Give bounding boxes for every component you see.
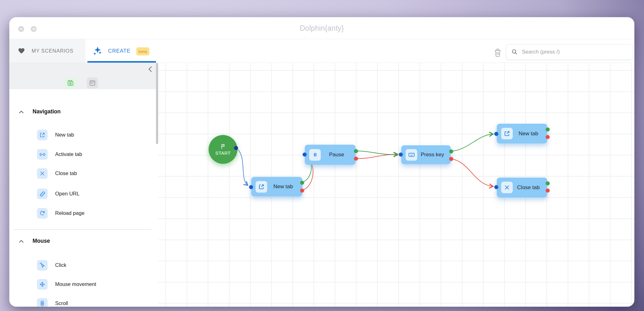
sidebar-item-new-tab[interactable]: New tab [9, 130, 156, 140]
new-tab-icon [258, 184, 265, 190]
log-button[interactable] [87, 77, 98, 89]
search-input[interactable] [522, 49, 625, 55]
edge-start-to-newtab1 [236, 148, 247, 185]
title-bar: Dolphin{anty} [9, 17, 634, 39]
edge-pause-error-to-presskey [356, 155, 397, 159]
port-pause-input[interactable] [303, 153, 307, 157]
edge-presskey-success-to-newtab2 [451, 134, 493, 151]
node-pause[interactable]: Pause [305, 145, 356, 165]
port-closetab-error[interactable] [546, 189, 550, 193]
desktop-background: Dolphin{anty} MY SCENARIOS CREATE beta [0, 0, 644, 311]
section-divider [13, 229, 151, 230]
port-presskey-input[interactable] [399, 153, 403, 157]
caret-up-icon[interactable] [18, 109, 24, 115]
app-title: Dolphin{anty} [9, 24, 634, 33]
close-tab-icon [39, 171, 45, 176]
port-newtab1-input[interactable] [249, 185, 253, 189]
activate-tab-icon [39, 151, 46, 158]
edge-presskey-error-to-closetab [451, 159, 493, 186]
port-pause-error[interactable] [354, 157, 358, 161]
sidebar-item-mouse-movement[interactable]: Mouse movement [9, 279, 156, 290]
port-newtab2-success[interactable] [546, 127, 550, 132]
sidebar-item-close-tab[interactable]: Close tab [9, 168, 156, 179]
start-node-label: START [215, 151, 231, 156]
sidebar: Navigation New tab Activate tab Close ta… [9, 63, 158, 307]
collapse-sidebar-button[interactable] [147, 65, 154, 73]
active-tab-underline [87, 61, 156, 63]
trash-button[interactable] [493, 48, 502, 57]
tab-create-label: CREATE [108, 48, 131, 54]
sidebar-scrollbar[interactable] [156, 63, 158, 144]
tab-create[interactable]: CREATE beta [86, 39, 158, 63]
node-new-tab-2[interactable]: New tab [497, 124, 547, 143]
tab-my-scenarios[interactable]: MY SCENARIOS [9, 39, 86, 63]
search-box [506, 44, 633, 60]
reload-page-icon [39, 210, 45, 216]
mouse-movement-icon [39, 281, 45, 288]
caret-up-icon[interactable] [18, 238, 24, 245]
pause-icon [312, 152, 318, 158]
save-icon [67, 80, 74, 86]
sparkles-icon [93, 47, 101, 55]
port-presskey-success[interactable] [449, 149, 453, 153]
sidebar-item-click[interactable]: Click [9, 260, 156, 271]
app-window: Dolphin{anty} MY SCENARIOS CREATE beta [9, 17, 634, 307]
click-icon [39, 262, 45, 268]
sidebar-item-reload-page[interactable]: Reload page [9, 208, 156, 219]
section-header-mouse[interactable]: Mouse [33, 238, 50, 244]
sidebar-item-activate-tab[interactable]: Activate tab [9, 149, 156, 160]
tab-my-scenarios-label: MY SCENARIOS [32, 48, 73, 54]
port-pause-success[interactable] [354, 149, 358, 153]
keyboard-icon [408, 151, 415, 158]
port-presskey-error[interactable] [449, 157, 453, 161]
sidebar-toolbar-panel [9, 63, 158, 89]
flag-icon [220, 143, 226, 150]
beta-badge: beta [136, 47, 149, 55]
new-tab-icon [504, 130, 510, 137]
tab-bar: MY SCENARIOS CREATE beta [9, 39, 634, 63]
node-new-tab-1[interactable]: New tab [251, 177, 302, 196]
node-press-key[interactable]: Press key [401, 145, 451, 164]
port-start-output[interactable] [234, 146, 238, 150]
port-newtab2-error[interactable] [546, 135, 550, 139]
chevron-left-icon [147, 65, 154, 73]
node-close-tab[interactable]: Close tab [497, 178, 547, 197]
port-closetab-input[interactable] [494, 185, 498, 189]
scroll-icon [39, 300, 45, 307]
search-icon [511, 49, 518, 55]
sidebar-item-scroll[interactable]: Scroll [9, 298, 156, 307]
trash-icon [493, 48, 502, 57]
flow-edges [158, 63, 634, 307]
port-newtab2-input[interactable] [494, 132, 498, 136]
edge-pause-success-to-presskey [356, 151, 397, 154]
heart-icon [18, 47, 25, 54]
close-tab-icon [504, 184, 510, 190]
section-header-navigation[interactable]: Navigation [33, 108, 60, 115]
log-icon [89, 80, 96, 86]
new-tab-icon [39, 132, 45, 138]
flow-canvas[interactable]: START New tab Pause Press key New tab Cl… [158, 63, 634, 307]
open-url-icon [39, 191, 46, 197]
port-newtab1-success[interactable] [300, 181, 304, 185]
port-closetab-success[interactable] [546, 181, 550, 185]
sidebar-item-open-url[interactable]: Open URL [9, 189, 156, 199]
save-scenario-button[interactable] [65, 77, 76, 89]
port-newtab1-error[interactable] [300, 189, 304, 193]
start-node[interactable]: START [209, 135, 237, 164]
